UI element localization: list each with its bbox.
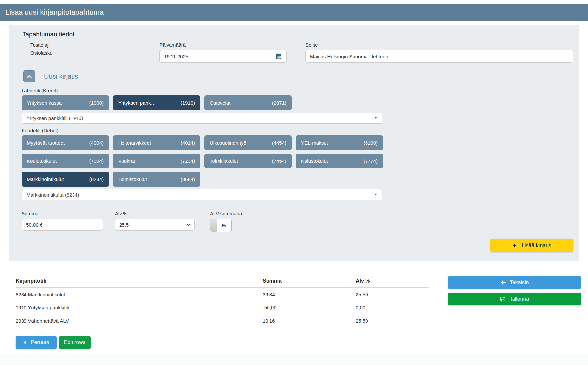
account-code: (1900) [89, 100, 104, 106]
account-code: (8234) [89, 176, 104, 182]
takaisin-button[interactable]: Takaisin [448, 276, 581, 289]
account-button-4004[interactable]: Myytävät tuotteet(4004) [22, 135, 109, 150]
account-button-7454[interactable]: Toimitilakulut(7454) [204, 154, 292, 168]
tallenna-button[interactable]: Tallenna [448, 293, 581, 305]
section-title: Tapahtuman tiedot [23, 31, 573, 38]
kredit-select[interactable]: Yrityksen pankkitili (1910) ▼ [22, 113, 382, 124]
account-name: Toimistokulut [118, 176, 147, 182]
account-name: Yrityksen kassa [27, 100, 62, 106]
bottom-buttons: ✖ Peruuta Edit rows [16, 336, 588, 349]
tallenna-label: Tallenna [510, 296, 529, 302]
account-code: (7454) [272, 158, 286, 164]
summa-input[interactable] [22, 219, 103, 231]
account-button-7774[interactable]: Kalustokulut(7774) [296, 154, 383, 168]
table-row: 1910 Yrityksen pankkitili-50,000,00 [16, 301, 429, 314]
account-name: Kalustokulut [301, 158, 328, 164]
account-name: Toimitilakulut [210, 158, 238, 164]
selite-label: Selite [305, 42, 573, 48]
table-cell: 25,50 [356, 288, 429, 301]
tositelaji-value: Ostolasku [30, 50, 159, 56]
toggle-handle[interactable] [210, 219, 217, 232]
kredit-button-group: Yrityksen kassa(1900)Yrityksen pank…(191… [22, 95, 387, 110]
table-row: 2939 Vähennettävä ALV10,1625,50 [16, 314, 429, 328]
page-title: Lisää uusi kirjanpitotapahtuma [5, 8, 104, 17]
account-code: (4014) [181, 140, 195, 146]
edit-rows-button[interactable]: Edit rows [59, 336, 91, 349]
alv-summana-toggle[interactable]: Ei [210, 219, 232, 232]
transaction-panel: Tapahtuman tiedot Tositelaji Ostolasku P… [9, 25, 579, 261]
account-name: Markkinointikulut [27, 176, 64, 182]
chevron-down-icon [186, 223, 190, 226]
alv-label: Alv % [115, 211, 195, 216]
table-cell: 39,84 [263, 288, 356, 301]
date-input[interactable] [159, 50, 271, 63]
table-cell: -50,00 [263, 301, 356, 314]
alv-field: Alv % 25,5 [115, 211, 195, 232]
column-header: Kirjanpitotili [16, 276, 263, 288]
account-button-1910[interactable]: Yrityksen pank…(1910) [113, 95, 200, 110]
edit-rows-label: Edit rows [64, 340, 86, 345]
uusi-kirjaus-header: Uusi kirjaus [23, 70, 573, 82]
account-code: (7774) [364, 158, 378, 164]
account-name: Vuokrat [118, 158, 135, 164]
account-button-7004[interactable]: Koulutuskulut(7004) [22, 154, 109, 168]
x-icon: ✖ [23, 340, 27, 345]
caret-down-icon: ▼ [374, 116, 377, 120]
tositelaji-label: Tositelaji [30, 42, 159, 48]
account-code: (8684) [181, 176, 195, 182]
account-button-4454[interactable]: Ulkopuolinen työ(4454) [204, 135, 292, 150]
summa-label: Summa [22, 211, 103, 216]
calendar-button[interactable] [271, 50, 287, 63]
chevron-up-icon [27, 75, 32, 78]
account-name: Koulutuskulut [27, 158, 57, 164]
account-code: (7234) [181, 158, 195, 164]
account-button-1900[interactable]: Yrityksen kassa(1900) [22, 95, 109, 110]
save-icon [500, 296, 506, 302]
account-code: (1910) [181, 100, 195, 106]
account-name: Yrityksen pank… [118, 100, 156, 106]
calendar-icon [276, 53, 282, 59]
kredit-select-value: Yrityksen pankkitili (1910) [26, 115, 83, 121]
account-code: (4004) [89, 140, 104, 146]
debet-button-group: Myytävät tuotteet(4004)Hoitotarvikkeet(4… [22, 135, 387, 187]
summa-field: Summa [22, 211, 103, 232]
account-button-8234[interactable]: Markkinointikulut(8234) [22, 172, 109, 187]
account-name: Myytävät tuotteet [27, 140, 65, 146]
account-button-4014[interactable]: Hoitotarvikkeet(4014) [113, 135, 200, 150]
paivamaara-label: Päivämäärä [159, 42, 292, 48]
debet-select[interactable]: Markkinointikulut (8234) ▼ [22, 189, 382, 200]
footer-strip [0, 355, 588, 365]
account-button-2871[interactable]: Ostovelat(2871) [204, 95, 292, 110]
peruuta-label: Peruuta [31, 340, 49, 345]
add-row: + Lisää kirjaus [22, 239, 573, 252]
action-buttons: Takaisin Tallenna [448, 276, 581, 305]
account-code: (7004) [89, 158, 104, 164]
selite-input[interactable] [305, 50, 573, 63]
collapse-button[interactable] [23, 70, 35, 82]
lisaa-kirjaus-label: Lisää kirjaus [522, 243, 551, 249]
arrow-left-icon [500, 280, 506, 285]
alv-summana-field: ALV summana Ei [210, 211, 242, 232]
column-header: Summa [263, 276, 356, 288]
table-cell: 1910 Yrityksen pankkitili [16, 301, 263, 314]
peruuta-button[interactable]: ✖ Peruuta [16, 336, 57, 349]
page-header: Lisää uusi kirjanpitotapahtuma [0, 4, 588, 21]
account-code: (6100) [364, 140, 378, 146]
debet-label: Kohdetili (Debet) [22, 128, 573, 133]
account-code: (4454) [272, 140, 286, 146]
lisaa-kirjaus-button[interactable]: + Lisää kirjaus [490, 239, 573, 252]
account-button-6100[interactable]: YEL-maksut(6100) [296, 135, 383, 150]
kredit-label: Lähdetili (Kredit) [22, 88, 573, 93]
account-button-8684[interactable]: Toimistokulut(8684) [113, 172, 200, 187]
account-name: Ulkopuolinen työ [210, 140, 246, 146]
table-row: 8234 Markkinointikulut39,8425,50 [16, 288, 429, 301]
alv-select[interactable]: 25,5 [115, 219, 195, 231]
paivamaara-field: Päivämäärä [159, 42, 292, 63]
date-input-group [159, 50, 287, 63]
uusi-kirjaus-title: Uusi kirjaus [44, 73, 78, 80]
table-cell: 25,50 [356, 314, 429, 328]
tositelaji-field: Tositelaji Ostolasku [22, 42, 159, 56]
column-header: Alv % [356, 276, 429, 288]
lower-section: KirjanpitotiliSummaAlv % 8234 Markkinoin… [16, 276, 581, 327]
account-button-7234[interactable]: Vuokrat(7234) [113, 154, 200, 168]
